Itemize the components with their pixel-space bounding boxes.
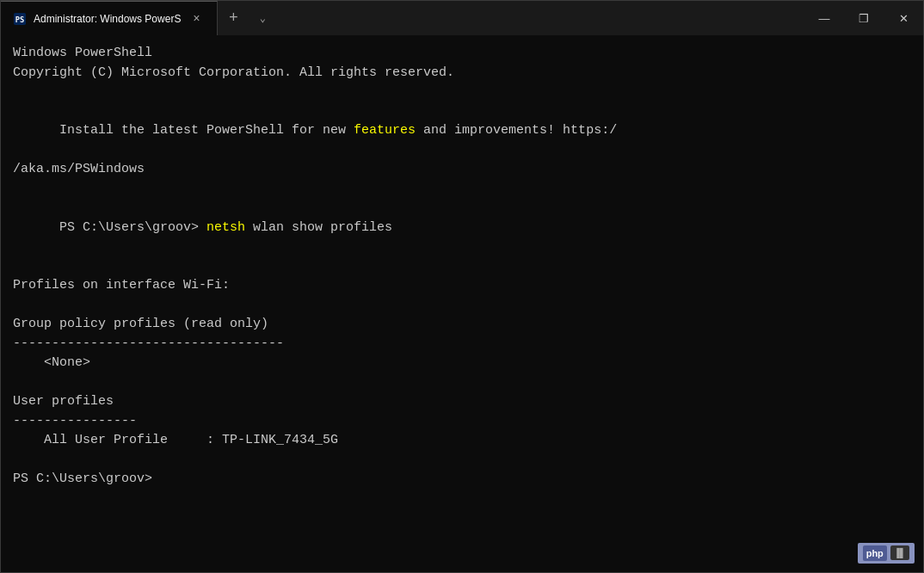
terminal-prompt-1: PS C:\Users\groov> netsh wlan show profi… — [13, 199, 911, 257]
php-badge: php ▐▌ — [858, 543, 915, 564]
blank-line-5 — [13, 373, 911, 393]
tabs-container: PS Administrator: Windows PowerS × + ⌄ — [1, 1, 276, 35]
terminal-output-2: Group policy profiles (read only) — [13, 315, 911, 335]
tab-title: Administrator: Windows PowerS — [34, 13, 181, 25]
line3-prefix: Install the latest PowerShell for new — [59, 123, 354, 138]
tab-close-button[interactable]: × — [188, 10, 205, 28]
powershell-icon: PS — [13, 12, 27, 26]
cmd1-suffix: wlan show profiles — [245, 220, 392, 235]
terminal-line-2: Copyright (C) Microsoft Corporation. All… — [13, 64, 911, 83]
titlebar: PS Administrator: Windows PowerS × + ⌄ —… — [1, 1, 923, 35]
prompt-text-1: PS C:\Users\groov> — [59, 220, 206, 235]
blank-line-2 — [13, 180, 911, 200]
window-controls: — ❐ ✕ — [804, 1, 923, 35]
terminal-line-1: Windows PowerShell — [13, 44, 911, 64]
blank-line-4 — [13, 296, 911, 316]
terminal-output-1: Profiles on interface Wi-Fi: — [13, 276, 911, 296]
blank-line-3 — [13, 257, 911, 277]
cmd1: netsh — [206, 220, 245, 235]
maximize-button[interactable]: ❐ — [844, 1, 884, 35]
powershell-window: PS Administrator: Windows PowerS × + ⌄ —… — [0, 0, 924, 573]
dropdown-button[interactable]: ⌄ — [249, 1, 276, 35]
terminal-output-6: ---------------- — [13, 412, 911, 432]
terminal-output-3: ----------------------------------- — [13, 335, 911, 354]
minimize-button[interactable]: — — [804, 1, 844, 35]
blank-line-6 — [13, 451, 911, 471]
terminal-prompt-2: PS C:\Users\groov> — [13, 470, 911, 490]
terminal-output-7: All User Profile : TP-LINK_7434_5G — [13, 431, 911, 451]
php-badge-extra: ▐▌ — [890, 545, 909, 560]
blank-line-1 — [13, 83, 911, 102]
close-button[interactable]: ✕ — [884, 1, 923, 35]
svg-text:PS: PS — [15, 15, 25, 24]
new-tab-button[interactable]: + — [218, 1, 249, 35]
php-badge-text: php — [863, 545, 887, 562]
active-tab[interactable]: PS Administrator: Windows PowerS × — [1, 1, 218, 35]
line3-suffix: and improvements! https:/ — [416, 123, 617, 138]
terminal-line-4: /aka.ms/PSWindows — [13, 160, 911, 180]
terminal-line-3: Install the latest PowerShell for new fe… — [13, 102, 911, 161]
terminal-body[interactable]: Windows PowerShell Copyright (C) Microso… — [1, 35, 923, 572]
terminal-output-5: User profiles — [13, 392, 911, 412]
terminal-output-4: <None> — [13, 354, 911, 373]
line3-highlight: features — [354, 123, 416, 138]
